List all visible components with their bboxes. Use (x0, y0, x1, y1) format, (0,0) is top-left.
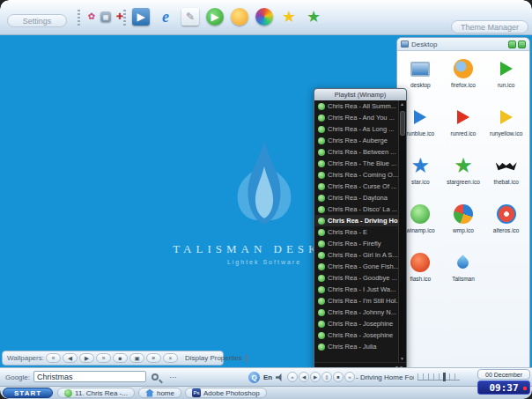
playlist-scrollbar[interactable]: ▲ ▼ (398, 100, 406, 362)
quick-search-icon[interactable]: Q (248, 372, 260, 383)
language-indicator[interactable]: En (263, 373, 272, 381)
taskbar: START 11. Chris Rea -...homePsAdobe Phot… (0, 386, 532, 399)
toolbar-grip[interactable] (123, 10, 126, 26)
display-icon[interactable] (246, 354, 248, 363)
playlist-item[interactable]: Chris Rea - Coming O... (315, 169, 398, 181)
desktop-icon-thebat-ico[interactable]: thebat.ico (484, 155, 528, 194)
playlist-item[interactable]: Chris Rea - Daytona (315, 192, 398, 203)
playlist-item[interactable]: Chris Rea - Disco' La ... (315, 203, 398, 215)
settings-button[interactable]: Settings (7, 14, 67, 27)
taskbar-task[interactable]: PsAdobe Photoshop (185, 388, 267, 398)
toolbar-grip[interactable] (78, 10, 80, 26)
wallpaper-nav-button[interactable]: × (163, 353, 178, 363)
volume-slider[interactable] (417, 373, 460, 381)
star-green-icon[interactable]: ★ (305, 8, 322, 26)
winamp-track-icon (318, 137, 325, 144)
wallpaper-nav-button[interactable]: ▣ (129, 353, 144, 363)
playlist-item[interactable]: Chris Rea - Goodbye ... (315, 272, 398, 284)
wallpaper-nav-button[interactable]: ≡ (146, 353, 161, 363)
desktop-icon-run-ico[interactable]: run.ico (484, 58, 528, 97)
scroll-up-icon[interactable]: ▲ (399, 100, 405, 107)
track-title: Chris Rea - Johnny N... (328, 308, 396, 316)
speaker-icon[interactable] (276, 373, 284, 381)
playlist-item[interactable]: Chris Rea - The Blue ... (315, 158, 398, 169)
playlist-item[interactable]: Chris Rea - Gone Fish... (315, 261, 398, 272)
taskbar-task[interactable]: 11. Chris Rea -... (57, 388, 135, 398)
desktop-icon-runyellow-ico[interactable]: runyellow.ico (484, 107, 528, 145)
more-button[interactable]: … (169, 371, 177, 380)
google-search-input[interactable] (33, 371, 146, 382)
playlist-item[interactable]: Chris Rea - Girl In A S... (315, 249, 398, 261)
start-button[interactable]: START (3, 388, 53, 398)
pinwheel-icon[interactable]: ✿ (86, 11, 97, 22)
time-display[interactable]: 09:37 (477, 381, 530, 395)
desktop-icon-grid: desktopfirefox.icorun.icorunblue.icorunr… (397, 51, 529, 298)
playlist-item[interactable]: Chris Rea - Driving Ho... (315, 215, 398, 226)
desktop-icon-alteros-ico[interactable]: alteros.ico (484, 203, 528, 242)
winamp-track-icon (318, 183, 325, 190)
winamp-track-icon (318, 149, 325, 156)
internet-explorer-icon[interactable]: e (157, 8, 174, 26)
playlist-item[interactable]: Chris Rea - And You ... (315, 112, 398, 123)
panel-options-button[interactable] (518, 41, 526, 48)
wallpaper-nav-button[interactable]: ▶ (79, 353, 94, 363)
taskbar-task[interactable]: home (138, 388, 181, 398)
track-title: Chris Rea - Firefly (328, 240, 381, 248)
display-properties-button[interactable]: Display Properties (185, 354, 242, 362)
date-display[interactable]: 00 December (477, 369, 530, 380)
notes-icon[interactable]: ✎ (181, 8, 199, 26)
top-toolbar: Settings ✿▦✚ ▶e✎▶★★ Theme Manager (0, 0, 532, 35)
theme-manager-button[interactable]: Theme Manager (451, 20, 528, 33)
playlist-item[interactable]: Chris Rea - Julia (315, 341, 398, 352)
wallpaper-nav-button[interactable]: « (46, 353, 61, 363)
media-control-button[interactable]: ■ (333, 372, 344, 382)
playlist-titlebar[interactable]: Playlist (Winamp) (314, 89, 406, 100)
playlist-item[interactable]: Chris Rea - Between ... (315, 146, 398, 158)
desktop-icon-firefox-ico[interactable]: firefox.ico (442, 58, 485, 97)
playlist-item[interactable]: Chris Rea - As Long ... (315, 123, 398, 135)
media-control-button[interactable]: ▶ (310, 372, 321, 382)
scroll-down-icon[interactable]: ▼ (399, 355, 405, 362)
paint-palette-icon[interactable] (255, 8, 273, 26)
media-control-button[interactable]: ◀ (299, 372, 309, 382)
clock-widget: 00 December 09:37 (477, 369, 530, 395)
play-green-icon[interactable]: ▶ (206, 8, 224, 26)
playlist-item[interactable]: Chris Rea - Johnny N... (315, 307, 398, 318)
desktop-icon-stargreen-ico[interactable]: ★stargreen.ico (442, 155, 485, 194)
search-media-bar: Google: … Q En «◀▶||■» - Driving Home Fo… (0, 367, 532, 386)
desktop-folder-panel: Desktop desktopfirefox.icorun.icorunblue… (396, 37, 530, 374)
wallpaper-nav-button[interactable]: ◀ (63, 353, 78, 363)
playlist-item[interactable]: Chris Rea - Curse Of ... (315, 181, 398, 192)
desktop-icon-talisman[interactable]: Talisman (442, 252, 485, 291)
star-yellow-icon[interactable]: ★ (280, 8, 298, 26)
scrollbar-thumb[interactable] (400, 111, 405, 136)
track-title: Chris Rea - I Just Wa... (328, 285, 395, 293)
playlist-item[interactable]: Chris Rea - Firefly (315, 238, 398, 249)
media-control-button[interactable]: » (344, 372, 355, 382)
media-control-button[interactable]: || (321, 372, 332, 382)
media-control-button[interactable]: « (287, 372, 298, 382)
panel-refresh-button[interactable] (508, 41, 516, 48)
playlist-item[interactable]: Chris Rea - Josephine (315, 318, 398, 329)
grid-app-icon[interactable]: ▦ (100, 11, 111, 22)
media-player-icon[interactable]: ▶ (132, 8, 150, 26)
panel-titlebar[interactable]: Desktop (397, 38, 529, 51)
wallpaper-nav-button[interactable]: » (96, 353, 111, 363)
playlist-item[interactable]: Chris Rea - Auberge (315, 135, 398, 146)
playlist-item[interactable]: Chris Rea - All Summ... (315, 100, 398, 112)
search-button[interactable] (151, 371, 166, 383)
icon-label: desktop (410, 82, 431, 88)
volume-thumb[interactable] (443, 373, 446, 381)
notes-icon-glyph: ✎ (186, 11, 195, 22)
wallpaper-nav-button[interactable]: ■ (113, 353, 128, 363)
desktop-icon-wmp-ico[interactable]: wmp.ico (442, 203, 485, 242)
desktop-icon-runred-ico[interactable]: runred.ico (442, 107, 485, 145)
photoshop-icon: Ps (192, 388, 201, 397)
playlist-item[interactable]: Chris Rea - I Just Wa... (315, 284, 398, 295)
bird-icon[interactable] (231, 8, 248, 26)
playlist-item[interactable]: Chris Rea - I'm Still Hol... (315, 295, 398, 307)
playlist-item[interactable]: Chris Rea - E (315, 226, 398, 238)
icon-label: star.ico (411, 179, 430, 185)
playlist-item[interactable]: Chris Rea - Josephine (315, 329, 398, 341)
run-yellow-icon (500, 107, 513, 128)
